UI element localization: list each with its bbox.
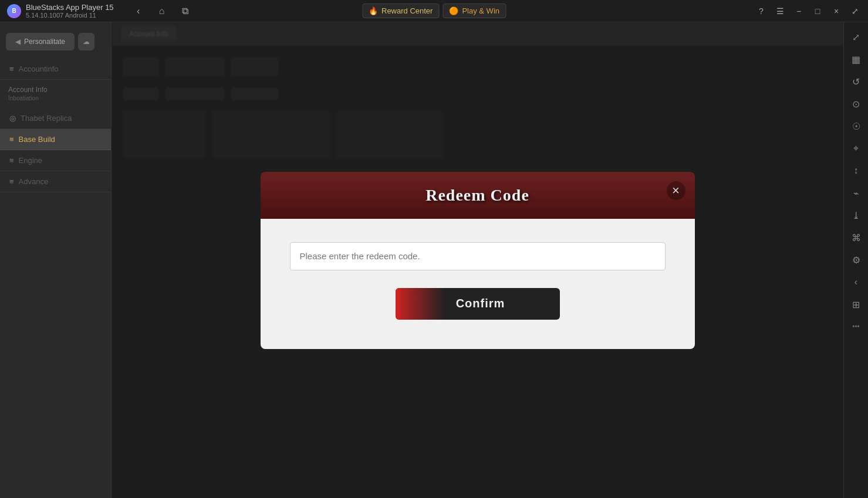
right-sidebar: ⤢ ▦ ↺ ⊙ ☉ ⌖ ↕ ⌁ ⤓ ⌘ ⚙ ‹ ⊞ ••• [843, 22, 868, 498]
cloud-icon: ☁ [83, 38, 90, 46]
minimize-button[interactable]: − [791, 3, 807, 19]
left-sidebar: ◀ Personalitate ☁ ≡ Accountinfo Account … [0, 22, 112, 498]
right-btn-collapse[interactable]: ‹ [846, 272, 866, 292]
right-btn-settings[interactable]: ⚙ [846, 250, 866, 270]
close-button[interactable]: × [828, 3, 845, 19]
right-btn-record[interactable]: ☉ [846, 116, 866, 136]
window-controls: ? ☰ − □ × ⤢ [748, 3, 868, 19]
home-button[interactable]: ⌂ [154, 3, 170, 19]
tabs-button[interactable]: ⧉ [177, 3, 194, 19]
sidebar-label-accountinfo: Accountinfo [19, 65, 59, 73]
play-win-button[interactable]: 🟠 Play & Win [443, 4, 506, 18]
modal-body: Confirm [261, 219, 695, 349]
content-area: Account Info Redeem C [112, 22, 843, 498]
reward-center-label: Reward Center [381, 6, 433, 15]
list3-icon: ≡ [9, 156, 14, 165]
circle-icon: ◎ [9, 114, 16, 123]
reward-center-button[interactable]: 🔥 Reward Center [362, 4, 439, 18]
list2-icon: ≡ [9, 135, 14, 144]
title-bar-center: 🔥 Reward Center 🟠 Play & Win [362, 4, 506, 18]
app-title: BlueStacks App Player 15 [26, 3, 114, 12]
list-icon: ≡ [9, 65, 14, 73]
sidebar-item-thabet[interactable]: ◎ Thabet Replica [0, 108, 111, 129]
reward-center-icon: 🔥 [369, 6, 378, 15]
right-btn-expand[interactable]: ⤢ [846, 27, 866, 47]
right-btn-download[interactable]: ⤓ [846, 205, 866, 225]
confirm-btn-stripe [396, 288, 400, 320]
sidebar-label-thabet: Thabet Replica [21, 114, 72, 123]
sidebar-item-engine[interactable]: ≡ Engine [0, 150, 111, 171]
main-area: ◀ Personalitate ☁ ≡ Accountinfo Account … [0, 22, 868, 498]
list4-icon: ≡ [9, 177, 14, 186]
restore-button[interactable]: ⤢ [847, 3, 863, 19]
modal-title: Redeem Code [425, 186, 529, 205]
maximize-button[interactable]: □ [809, 3, 826, 19]
sidebar-item-base-build[interactable]: ≡ Base Build [0, 129, 111, 150]
redeem-code-input[interactable] [290, 242, 666, 270]
confirm-btn-label: Confirm [456, 297, 505, 310]
help-button[interactable]: ? [753, 3, 769, 19]
redeem-code-modal: Redeem Code × Confirm [261, 172, 695, 349]
right-btn-refresh[interactable]: ↺ [846, 72, 866, 92]
app-version: 5.14.10.1007 Android 11 [26, 12, 114, 19]
menu-button[interactable]: ☰ [772, 3, 788, 19]
app-logo: B [7, 4, 21, 18]
sidebar-label-base-build: Base Build [19, 135, 55, 144]
play-win-icon: 🟠 [449, 6, 458, 15]
sidebar-top-btn2[interactable]: ☁ [78, 33, 94, 50]
title-bar: B BlueStacks App Player 15 5.14.10.1007 … [0, 0, 868, 22]
back-arrow-icon: ◀ [15, 38, 21, 46]
account-info-sub: Account InfoInboatiation [0, 80, 111, 108]
sidebar-label-engine: Engine [19, 156, 42, 165]
right-btn-screenshot[interactable]: ⌖ [846, 138, 866, 158]
play-win-label: Play & Win [462, 6, 499, 15]
back-button[interactable]: ‹ [130, 3, 147, 19]
right-btn-resize[interactable]: ↕ [846, 161, 866, 181]
right-btn-stream[interactable]: ⌁ [846, 183, 866, 203]
right-btn-grid[interactable]: ▦ [846, 49, 866, 69]
right-btn-multiinstance[interactable]: ⊞ [846, 294, 866, 314]
personalize-label: Personalitate [24, 38, 65, 46]
right-btn-macro[interactable]: ⌘ [846, 228, 866, 248]
sidebar-top-btn1[interactable]: ◀ Personalitate [6, 33, 75, 50]
modal-close-button[interactable]: × [667, 181, 685, 200]
sidebar-item-advance[interactable]: ≡ Advance [0, 171, 111, 192]
sidebar-item-accountinfo[interactable]: ≡ Accountinfo [0, 59, 111, 80]
right-btn-more[interactable]: ••• [846, 317, 866, 337]
nav-buttons: ‹ ⌂ ⧉ [130, 3, 194, 19]
confirm-button[interactable]: Confirm [396, 288, 560, 320]
app-info: BlueStacks App Player 15 5.14.10.1007 An… [26, 3, 114, 19]
sidebar-label-advance: Advance [19, 177, 49, 186]
right-btn-camera[interactable]: ⊙ [846, 94, 866, 114]
modal-header: Redeem Code × [261, 172, 695, 219]
